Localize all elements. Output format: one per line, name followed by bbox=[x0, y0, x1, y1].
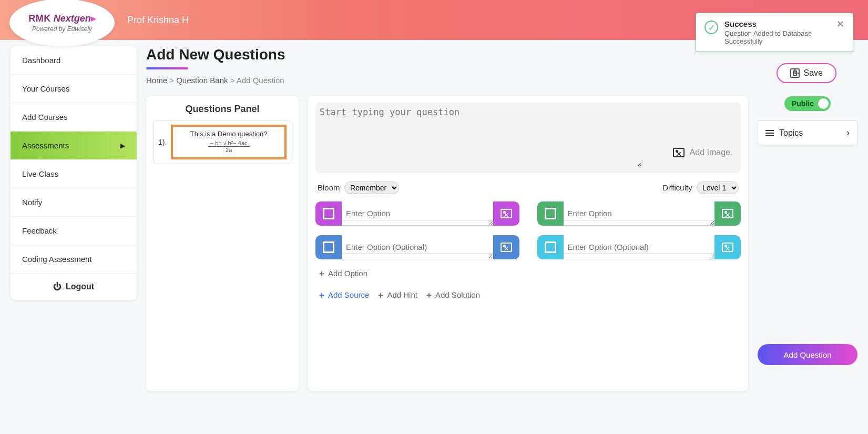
image-icon bbox=[501, 209, 512, 218]
questions-panel: Questions Panel 1). This is a Demo quest… bbox=[146, 96, 299, 391]
option-b-correct-checkbox[interactable] bbox=[537, 201, 564, 226]
topics-label: Topics bbox=[779, 128, 803, 138]
question-input[interactable] bbox=[320, 107, 642, 167]
toast-title: Success bbox=[724, 19, 830, 28]
toggle-knob bbox=[818, 98, 829, 109]
menu-icon bbox=[765, 130, 774, 136]
sidebar-item-live-class[interactable]: Live Class bbox=[11, 160, 137, 188]
difficulty-label: Difficulty bbox=[662, 183, 692, 192]
sidebar-item-notify[interactable]: Notify bbox=[11, 188, 137, 217]
sidebar-item-assessments[interactable]: Assessments ▶ bbox=[11, 132, 137, 160]
option-c bbox=[315, 235, 519, 259]
option-a-input[interactable] bbox=[342, 207, 493, 220]
question-preview-text: This is a Demo question? bbox=[177, 130, 280, 138]
option-a-correct-checkbox[interactable] bbox=[315, 201, 342, 226]
public-toggle[interactable]: Public bbox=[784, 96, 831, 111]
save-label: Save bbox=[804, 68, 823, 78]
add-solution-button[interactable]: ＋Add Solution bbox=[425, 290, 480, 299]
logo-text-1: RMK bbox=[28, 13, 51, 24]
bloom-label: Bloom bbox=[318, 183, 340, 192]
check-circle-icon: ✓ bbox=[704, 21, 718, 34]
option-b bbox=[537, 201, 741, 226]
success-toast: ✓ Success Question Added to Database Suc… bbox=[696, 13, 853, 52]
option-d bbox=[537, 235, 741, 259]
power-icon: ⏻ bbox=[53, 282, 62, 291]
add-question-button[interactable]: Add Question bbox=[758, 344, 857, 365]
add-image-label: Add Image bbox=[690, 148, 730, 157]
sidebar-item-dashboard[interactable]: Dashboard bbox=[11, 46, 137, 75]
plus-icon: ＋ bbox=[318, 269, 326, 278]
image-icon bbox=[501, 243, 512, 252]
chevron-right-icon: ▶ bbox=[120, 142, 125, 149]
save-button[interactable]: Save bbox=[777, 63, 836, 83]
sidebar-item-coding-assessment[interactable]: Coding Assessment bbox=[11, 245, 137, 274]
breadcrumb-current: Add Question bbox=[237, 76, 284, 85]
image-icon bbox=[722, 209, 733, 218]
question-preview-formula: − b± √ b²− 4ac 2a bbox=[208, 140, 250, 153]
plus-icon: ＋ bbox=[425, 291, 433, 299]
option-d-input[interactable] bbox=[564, 240, 715, 254]
questions-panel-title: Questions Panel bbox=[154, 104, 291, 115]
sidebar-item-add-courses[interactable]: Add Courses bbox=[11, 103, 137, 132]
difficulty-select[interactable]: Level 1 bbox=[697, 181, 739, 194]
app-logo: RMK Nextgen▸ Powered by Edwisely bbox=[9, 0, 115, 46]
option-a-image-button[interactable] bbox=[493, 201, 519, 226]
logo-subtitle: Powered by Edwisely bbox=[32, 25, 92, 33]
public-label: Public bbox=[792, 99, 814, 108]
option-c-correct-checkbox[interactable] bbox=[315, 235, 342, 259]
profile-name: Prof Krishna H bbox=[127, 15, 189, 26]
breadcrumb-home[interactable]: Home bbox=[146, 76, 167, 85]
sidebar-item-your-courses[interactable]: Your Courses bbox=[11, 75, 137, 103]
option-d-image-button[interactable] bbox=[714, 235, 741, 259]
breadcrumb: Home > Question Bank > Add Question bbox=[146, 76, 857, 85]
add-hint-button[interactable]: ＋Add Hint bbox=[376, 290, 417, 299]
image-icon bbox=[673, 148, 685, 157]
plus-icon: ＋ bbox=[376, 291, 385, 299]
sidebar: Dashboard Your Courses Add Courses Asses… bbox=[11, 46, 137, 300]
logo-text-2: Nextgen bbox=[54, 13, 91, 24]
option-c-image-button[interactable] bbox=[493, 235, 519, 259]
add-image-button[interactable]: Add Image bbox=[673, 148, 730, 157]
plus-icon: ＋ bbox=[318, 291, 326, 299]
option-c-input[interactable] bbox=[342, 240, 493, 254]
option-a bbox=[315, 201, 519, 226]
option-b-input[interactable] bbox=[564, 207, 715, 220]
add-source-button[interactable]: ＋Add Source bbox=[318, 290, 369, 299]
option-d-correct-checkbox[interactable] bbox=[537, 235, 564, 259]
logout-button[interactable]: ⏻ Logout bbox=[11, 274, 137, 300]
question-card[interactable]: 1). This is a Demo question? − b± √ b²− … bbox=[154, 120, 291, 164]
option-b-image-button[interactable] bbox=[714, 201, 741, 226]
logout-label: Logout bbox=[66, 282, 94, 291]
sidebar-item-feedback[interactable]: Feedback bbox=[11, 217, 137, 245]
bloom-select[interactable]: Remember bbox=[344, 181, 399, 194]
question-number: 1). bbox=[158, 138, 167, 146]
title-underline bbox=[146, 67, 188, 69]
topics-button[interactable]: Topics › bbox=[758, 120, 857, 145]
image-icon bbox=[722, 243, 733, 252]
right-column: Public Topics › Add Question bbox=[758, 96, 857, 365]
save-icon bbox=[790, 68, 800, 78]
breadcrumb-question-bank[interactable]: Question Bank bbox=[176, 76, 228, 85]
chevron-right-icon: › bbox=[846, 127, 850, 138]
toast-close-icon[interactable]: ✕ bbox=[836, 19, 844, 29]
question-editor: Add Image Bloom Remember Difficulty Leve… bbox=[308, 96, 748, 391]
toast-message: Question Added to Database Successfully bbox=[724, 29, 830, 45]
add-option-button[interactable]: ＋ Add Option bbox=[318, 269, 367, 278]
